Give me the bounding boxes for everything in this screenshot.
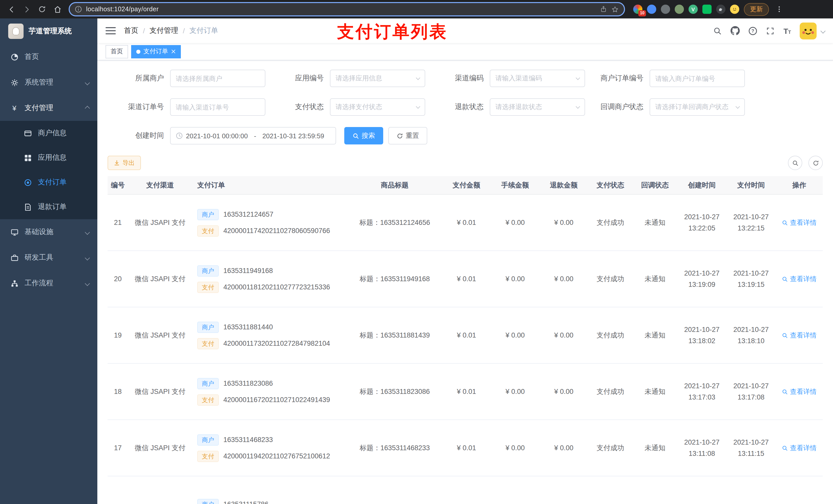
pay-status-select[interactable]: 请选择支付状态 (330, 98, 425, 116)
table-row: 20 微信 JSAPI 支付 商户1635311949168 支付4200001… (108, 251, 823, 307)
chevron-down-icon (85, 281, 90, 286)
sidebar-item-label: 工作流程 (25, 279, 53, 288)
site-info-icon[interactable] (75, 6, 82, 13)
fullscreen-icon[interactable] (766, 26, 775, 35)
user-avatar[interactable] (800, 22, 817, 39)
orders-table: 编号 支付渠道 支付订单 商品标题 支付金额 手续金额 退款金额 支付状态 回调… (108, 176, 823, 504)
vue-devtools-icon[interactable]: V (689, 5, 698, 14)
view-detail-link[interactable]: 查看详情 (782, 218, 817, 227)
sidebar-item-label: 系统管理 (25, 78, 53, 87)
channel-order-no-input[interactable] (176, 103, 260, 111)
export-button[interactable]: 导出 (108, 156, 141, 170)
channel-code-select[interactable]: 请输入渠道编码 (490, 70, 585, 87)
document-icon (24, 203, 32, 211)
pay-tag: 支付 (197, 451, 219, 462)
sidebar-item-workflow[interactable]: 工作流程 (0, 270, 97, 296)
reset-button[interactable]: 重置 (388, 127, 427, 144)
table-row: 21 微信 JSAPI 支付 商户1635312124657 支付4200001… (108, 195, 823, 251)
wechat-devtools-icon[interactable] (703, 5, 712, 14)
dashboard-icon (10, 53, 19, 61)
refund-status-label: 退款状态 (427, 102, 490, 112)
callback-status-select[interactable]: 请选择订单回调商户状态 (649, 98, 745, 116)
merchant-order-no-field[interactable] (649, 70, 745, 87)
sidebar-item-infrastructure[interactable]: 基础设施 (0, 219, 97, 245)
sidebar-item-system[interactable]: 系统管理 (0, 70, 97, 95)
svg-text:?: ? (752, 28, 754, 33)
chevron-up-icon (85, 105, 90, 111)
yen-icon: ¥ (10, 104, 19, 112)
sidebar-item-payment[interactable]: ¥ 支付管理 (0, 95, 97, 121)
browser-home-icon[interactable] (50, 2, 65, 16)
refresh-icon[interactable] (808, 156, 823, 170)
avatar-caret-icon[interactable] (820, 28, 826, 33)
sidebar-item-home[interactable]: 首页 (0, 44, 97, 70)
monitor-icon (10, 228, 19, 236)
breadcrumb-current: 支付订单 (190, 26, 218, 35)
refund-status-select[interactable]: 请选择退款状态 (490, 98, 585, 116)
callback-status-label: 回调商户状态 (587, 102, 649, 112)
table-row: 17 微信 JSAPI 支付 商户1635311468233 支付4200001… (108, 420, 823, 476)
merchant-select[interactable] (170, 70, 265, 87)
forward-icon[interactable] (20, 2, 34, 16)
chevron-down-icon (576, 104, 580, 109)
view-detail-link[interactable]: 查看详情 (782, 274, 817, 284)
sidebar-item-app-info[interactable]: 应用信息 (0, 145, 97, 170)
back-icon[interactable] (4, 2, 19, 16)
channel-order-no-field[interactable] (170, 98, 265, 116)
font-size-icon[interactable]: TT (784, 26, 791, 35)
tags-view: 首页 支付订单 (97, 43, 833, 61)
sidebar-item-label: 应用信息 (38, 153, 67, 162)
github-icon[interactable] (731, 26, 740, 35)
pay-tag: 支付 (197, 394, 219, 405)
app-title: 芋道管理系统 (29, 27, 72, 36)
bookmark-star-icon[interactable] (611, 5, 619, 13)
breadcrumb-payment[interactable]: 支付管理 (149, 26, 178, 35)
blue-extension-icon[interactable] (647, 5, 656, 14)
workflow-icon (10, 279, 19, 287)
green-gray-extension-icon[interactable] (675, 5, 684, 14)
grid-icon (24, 154, 32, 162)
merchant-tag: 商户 (197, 434, 219, 446)
sidebar-toggle-icon[interactable] (105, 26, 116, 36)
page-header: 首页 / 支付管理 / 支付订单 支付订单列表 ? TT (97, 19, 833, 43)
view-detail-link[interactable]: 查看详情 (782, 387, 817, 396)
sidebar-item-merchant-info[interactable]: 商户信息 (0, 121, 97, 145)
date-end-value: 2021-10-31 23:59:59 (262, 132, 324, 140)
sidebar-item-label: 商户信息 (38, 128, 67, 138)
page-content: 所属商户 应用编号 请选择应用信息 渠道编码 请输入渠道编码 商户订单编号 (97, 61, 833, 504)
address-bar[interactable]: localhost:1024/pay/order (69, 2, 625, 16)
chevron-down-icon (416, 75, 420, 80)
share-icon[interactable] (600, 6, 607, 13)
browser-update-button[interactable]: 更新 (744, 3, 769, 16)
browser-menu-icon[interactable] (774, 6, 785, 13)
pay-status-label: 支付状态 (267, 102, 330, 112)
sidebar-item-dev-tools[interactable]: 研发工具 (0, 245, 97, 270)
active-dot (136, 49, 140, 53)
search-button[interactable]: 搜索 (344, 127, 383, 144)
close-icon[interactable] (171, 49, 176, 54)
sidebar-item-pay-order[interactable]: 支付订单 (0, 170, 97, 195)
search-icon[interactable] (713, 26, 722, 35)
puzzle-extension-icon[interactable] (716, 5, 725, 14)
breadcrumb: 首页 / 支付管理 / 支付订单 (124, 26, 218, 35)
merchant-input[interactable] (176, 74, 260, 82)
gray-extension-icon[interactable] (661, 5, 670, 14)
colorful-extension-icon[interactable]: 10 (633, 5, 642, 14)
sidebar-item-refund-order[interactable]: 退款订单 (0, 195, 97, 219)
merchant-order-no-input[interactable] (655, 74, 739, 82)
date-range-picker[interactable]: 2021-10-01 00:00:00 - 2021-10-31 23:59:5… (170, 127, 336, 144)
toggle-search-icon[interactable] (788, 156, 802, 170)
page-annotation: 支付订单列表 (337, 21, 448, 44)
tab-home[interactable]: 首页 (105, 45, 128, 58)
app-no-select[interactable]: 请选择应用信息 (330, 70, 425, 87)
view-detail-link[interactable]: 查看详情 (782, 331, 817, 340)
emoji-extension-icon[interactable] (730, 5, 739, 14)
breadcrumb-home[interactable]: 首页 (124, 26, 138, 35)
filter-form: 所属商户 应用编号 请选择应用信息 渠道编码 请输入渠道编码 商户订单编号 (97, 61, 833, 144)
payment-submenu: 商户信息 应用信息 支付订单 退款订单 (0, 121, 97, 219)
view-detail-link[interactable]: 查看详情 (782, 443, 817, 453)
tab-pay-order[interactable]: 支付订单 (131, 45, 181, 58)
table-row: 18 微信 JSAPI 支付 商户1635311823086 支付4200001… (108, 364, 823, 420)
help-icon[interactable]: ? (749, 26, 757, 35)
reload-icon[interactable] (35, 2, 49, 16)
